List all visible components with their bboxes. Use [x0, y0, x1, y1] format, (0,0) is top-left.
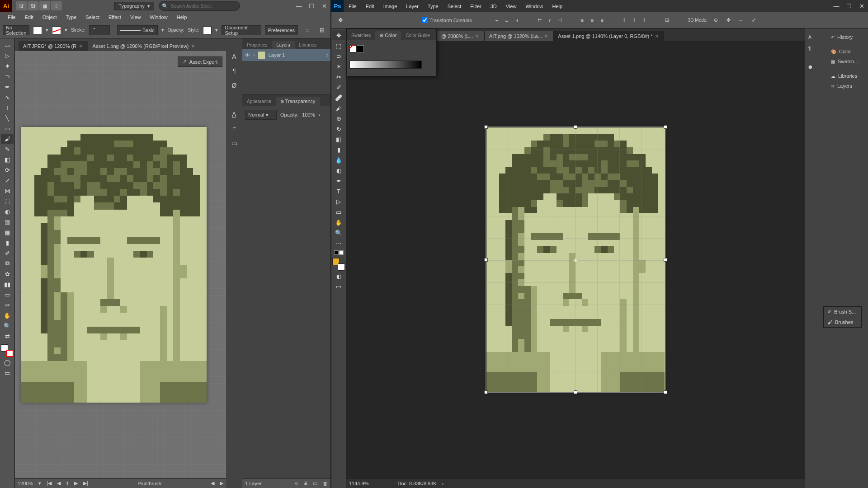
eraser-tool[interactable]: ◧: [1, 155, 14, 164]
close-icon[interactable]: ×: [545, 33, 547, 39]
menu-select[interactable]: Select: [443, 2, 466, 10]
asset-export-button[interactable]: ↗ Asset Export: [178, 56, 222, 67]
feather-icon[interactable]: 𓆉: [51, 1, 62, 10]
align-hcenter-icon[interactable]: ⫯: [545, 16, 554, 25]
menu-select[interactable]: Select: [81, 13, 104, 21]
history-brush-tool[interactable]: ↻: [332, 124, 345, 134]
chevron-down-icon[interactable]: ▾: [215, 27, 218, 33]
history-panel[interactable]: ↶ History: [827, 32, 868, 42]
chevron-down-icon[interactable]: ▾: [46, 27, 48, 33]
3d-slide-icon[interactable]: ↔: [736, 16, 745, 25]
hand-tool[interactable]: ✋: [332, 217, 345, 227]
stock-search-input[interactable]: [171, 4, 237, 9]
zoom-tool[interactable]: 🔍: [1, 321, 14, 331]
color-guide-tab[interactable]: Color Guide: [401, 31, 434, 40]
direct-selection-tool[interactable]: ▷: [1, 51, 14, 61]
distribute-right-icon[interactable]: ⦀: [640, 16, 649, 25]
bridge-icon[interactable]: Id: [16, 1, 27, 10]
align-right-icon[interactable]: ⊣: [555, 16, 564, 25]
minimize-button[interactable]: —: [292, 1, 305, 11]
zoom-level[interactable]: 1200%: [18, 481, 33, 486]
menu-help[interactable]: Help: [548, 2, 567, 10]
para-styles-icon[interactable]: ≡: [229, 124, 239, 133]
new-sublayer-icon[interactable]: ⊞: [303, 480, 307, 486]
menu-view[interactable]: View: [502, 2, 521, 10]
marquee-tool[interactable]: ⬚: [332, 41, 345, 51]
handle-mr[interactable]: [664, 258, 667, 262]
info-arrow-icon[interactable]: ›: [442, 481, 444, 486]
color-floating-panel[interactable]: Swatches ⊗ Color Color Guide: [346, 28, 437, 76]
stroke-style[interactable]: Basic: [117, 25, 158, 35]
hand-tool[interactable]: ✋: [1, 310, 14, 320]
clone-stamp-tool[interactable]: ⊕: [332, 113, 345, 123]
workspace-dropdown[interactable]: Typography ▾: [114, 2, 154, 10]
artboards-panel-icon[interactable]: ▭: [229, 139, 239, 148]
scroll-right-icon[interactable]: ▶: [220, 480, 223, 486]
scale-tool[interactable]: ⤢: [1, 175, 14, 185]
auto-align-icon[interactable]: ⊞: [663, 16, 672, 25]
opacity-value[interactable]: 100%: [302, 112, 315, 117]
artwork-canvas[interactable]: [21, 127, 207, 403]
menu-3d[interactable]: 3D: [486, 2, 501, 10]
handle-br[interactable]: [664, 390, 667, 394]
menu-image[interactable]: Image: [379, 2, 401, 10]
eyedropper-tool[interactable]: ✐: [1, 248, 14, 258]
document-setup-button[interactable]: Document Setup: [222, 25, 261, 35]
brush-tool[interactable]: 🖌: [332, 103, 345, 113]
path-select-tool[interactable]: ▷: [332, 197, 345, 206]
new-layer-icon[interactable]: ▭: [313, 480, 317, 486]
opacity-arrow-icon[interactable]: ›: [319, 112, 321, 117]
blend-tool[interactable]: ⧉: [1, 258, 14, 268]
paintbrush-tool[interactable]: 🖌: [1, 134, 14, 144]
close-button[interactable]: ✕: [855, 1, 868, 11]
fill-swatch[interactable]: [33, 26, 42, 34]
menu-file[interactable]: File: [344, 2, 361, 10]
transparency-tab[interactable]: ⊗ Transparency: [276, 97, 320, 106]
libraries-tab[interactable]: Libraries: [295, 41, 321, 49]
stroke-weight-input[interactable]: ⌃: [89, 25, 110, 35]
delete-icon[interactable]: 🗑: [323, 481, 328, 486]
scroll-left-icon[interactable]: ◀: [211, 480, 214, 486]
default-colors[interactable]: [334, 250, 344, 255]
rotate-tool[interactable]: ⟳: [1, 165, 14, 175]
menu-type[interactable]: Type: [62, 13, 81, 21]
close-icon[interactable]: ×: [192, 43, 194, 49]
pen-tool[interactable]: ✒: [332, 176, 345, 186]
perspective-tool[interactable]: ▦: [1, 217, 14, 227]
visibility-icon[interactable]: 👁: [244, 52, 250, 58]
slice-tool[interactable]: ✂: [1, 300, 14, 310]
swatches-tab[interactable]: Swatches: [347, 31, 375, 40]
chevron-down-icon[interactable]: ▾: [161, 27, 164, 33]
distribute-bottom-icon[interactable]: ≡: [598, 16, 607, 25]
nav-next-icon[interactable]: ▶: [74, 480, 78, 486]
layer-name[interactable]: Layer 1: [269, 52, 285, 58]
crop-tool[interactable]: ✂: [332, 72, 345, 82]
quick-mask-icon[interactable]: ◐: [332, 271, 345, 281]
align-bottom-icon[interactable]: ⫞: [513, 16, 522, 25]
align-top-icon[interactable]: ⫟: [493, 16, 502, 25]
blend-mode-dropdown[interactable]: Normal ▾: [245, 110, 277, 120]
gradient-ramp[interactable]: [349, 61, 422, 69]
selection-tool[interactable]: ▭: [1, 40, 14, 50]
preferences-button[interactable]: Preferences: [265, 25, 298, 35]
column-graph-tool[interactable]: ▮▮: [1, 279, 14, 289]
handle-tc[interactable]: [574, 125, 577, 129]
properties-tab[interactable]: Properties: [242, 41, 272, 49]
stroke-swatch[interactable]: [52, 26, 61, 34]
menu-window[interactable]: Window: [521, 2, 547, 10]
brush-settings-panel[interactable]: ✐ Brush S...: [824, 307, 861, 317]
artboard-tool[interactable]: ▭: [1, 290, 14, 300]
distribute-hcenter-icon[interactable]: ⦀: [630, 16, 639, 25]
tab-asset-1-active[interactable]: Asset 1.png @ 1140% (Layer 0, RGB/8#) *×: [553, 31, 664, 41]
3d-scale-icon[interactable]: ⤢: [749, 16, 758, 25]
chevron-down-icon[interactable]: ▾: [65, 27, 67, 33]
menu-file[interactable]: File: [4, 13, 20, 21]
nav-last-icon[interactable]: ▶|: [83, 480, 88, 486]
target-icon[interactable]: ○: [326, 52, 329, 58]
rectangle-tool[interactable]: ▭: [1, 123, 14, 133]
ps-canvas[interactable]: ✛: [346, 41, 805, 478]
eyedropper-tool[interactable]: ✐: [332, 82, 345, 92]
transform-bounding-box[interactable]: ✛: [486, 127, 666, 393]
layer-row[interactable]: 👁 › Layer 1 ○: [242, 49, 330, 61]
type-tool[interactable]: T: [332, 186, 345, 196]
